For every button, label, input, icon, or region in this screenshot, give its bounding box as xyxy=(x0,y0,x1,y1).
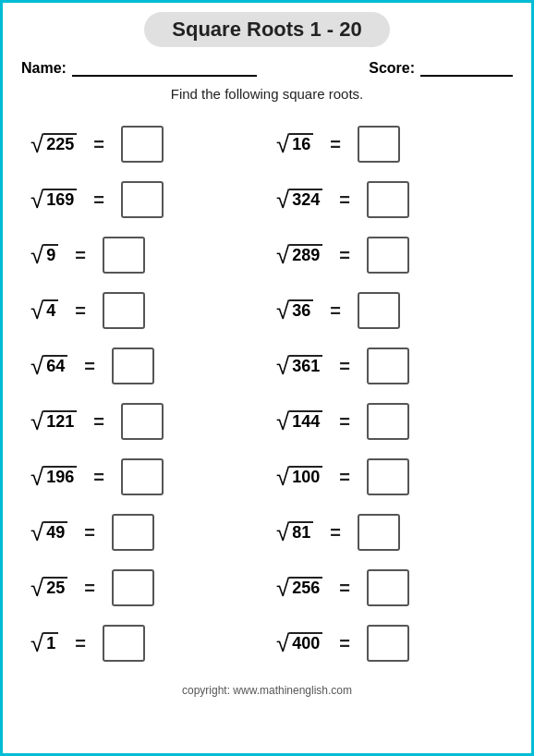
radical-right-8: √ 256 xyxy=(276,576,322,600)
answer-box-left-7[interactable] xyxy=(112,514,154,551)
radical-left-3: √ 4 xyxy=(30,299,58,323)
radical-number-left-0: 225 xyxy=(43,133,77,155)
radical-number-left-9: 1 xyxy=(43,632,58,654)
score-line[interactable] xyxy=(420,60,513,77)
problem-row-left-2: √ 9 = xyxy=(21,227,267,283)
radical-symbol-left-4: √ xyxy=(30,354,43,378)
problems-grid: √ 225 = √ 16 = √ 169 = √ 324 = xyxy=(21,116,513,671)
radical-number-left-3: 4 xyxy=(43,299,58,322)
worksheet-page: Square Roots 1 - 20 Name: Score: Find th… xyxy=(3,3,531,716)
problem-row-left-5: √ 121 = xyxy=(21,394,267,449)
radical-number-right-5: 144 xyxy=(289,410,322,433)
score-section: Score: xyxy=(369,60,513,77)
problem-row-right-5: √ 144 = xyxy=(267,394,513,449)
equals-right-1: = xyxy=(339,189,350,211)
radical-right-3: √ 36 xyxy=(276,299,313,323)
radical-right-6: √ 100 xyxy=(276,465,322,489)
equals-left-7: = xyxy=(84,522,95,543)
radical-symbol-right-5: √ xyxy=(276,409,289,433)
problem-row-right-0: √ 16 = xyxy=(267,116,513,172)
equals-right-0: = xyxy=(330,134,341,155)
score-label: Score: xyxy=(369,60,415,77)
equals-right-8: = xyxy=(339,578,350,599)
answer-box-left-9[interactable] xyxy=(103,625,145,662)
name-label: Name: xyxy=(21,60,67,77)
radical-number-right-6: 100 xyxy=(289,466,322,488)
problem-row-right-1: √ 324 = xyxy=(267,172,513,227)
problem-row-right-6: √ 100 = xyxy=(267,449,513,505)
radical-symbol-left-8: √ xyxy=(30,576,43,600)
radical-right-5: √ 144 xyxy=(276,409,322,433)
answer-box-right-0[interactable] xyxy=(358,126,400,163)
problem-row-left-3: √ 4 = xyxy=(21,283,267,338)
radical-number-right-1: 324 xyxy=(289,189,322,211)
answer-box-right-4[interactable] xyxy=(367,348,409,384)
name-line[interactable] xyxy=(72,60,257,77)
answer-box-left-5[interactable] xyxy=(121,403,164,440)
equals-left-1: = xyxy=(93,189,104,211)
radical-symbol-left-3: √ xyxy=(30,299,43,323)
answer-box-right-1[interactable] xyxy=(367,181,409,218)
answer-box-left-0[interactable] xyxy=(121,126,164,163)
radical-number-right-0: 16 xyxy=(289,133,313,155)
problem-row-left-7: √ 49 = xyxy=(21,505,267,560)
answer-box-left-4[interactable] xyxy=(112,348,154,384)
problem-row-left-1: √ 169 = xyxy=(21,172,267,227)
problem-row-left-4: √ 64 = xyxy=(21,338,267,394)
equals-right-4: = xyxy=(339,356,350,377)
radical-number-left-5: 121 xyxy=(43,410,77,433)
radical-left-9: √ 1 xyxy=(30,631,58,655)
problem-row-right-8: √ 256 = xyxy=(267,560,513,616)
name-section: Name: xyxy=(21,60,257,77)
answer-box-left-8[interactable] xyxy=(112,569,154,606)
radical-symbol-right-1: √ xyxy=(276,188,289,212)
radical-symbol-right-3: √ xyxy=(276,299,289,323)
equals-left-5: = xyxy=(93,411,104,433)
problem-row-left-6: √ 196 = xyxy=(21,449,267,505)
problem-row-right-9: √ 400 = xyxy=(267,616,513,671)
answer-box-right-8[interactable] xyxy=(367,569,409,606)
worksheet-title: Square Roots 1 - 20 xyxy=(144,12,389,47)
answer-box-left-2[interactable] xyxy=(103,237,145,274)
answer-box-right-2[interactable] xyxy=(367,237,409,274)
answer-box-right-3[interactable] xyxy=(358,292,400,329)
radical-symbol-right-2: √ xyxy=(276,243,289,267)
radical-symbol-left-7: √ xyxy=(30,520,43,544)
radical-symbol-right-6: √ xyxy=(276,465,289,489)
answer-box-right-5[interactable] xyxy=(367,403,409,440)
radical-right-9: √ 400 xyxy=(276,631,322,655)
radical-left-6: √ 196 xyxy=(30,465,77,489)
radical-symbol-left-9: √ xyxy=(30,631,43,655)
radical-number-left-1: 169 xyxy=(43,189,77,211)
radical-left-8: √ 25 xyxy=(30,576,67,600)
copyright-text: copyright: www.mathinenglish.com xyxy=(21,684,513,702)
radical-symbol-left-1: √ xyxy=(30,188,43,212)
radical-number-right-9: 400 xyxy=(289,632,322,654)
equals-right-5: = xyxy=(339,411,350,433)
radical-symbol-right-9: √ xyxy=(276,631,289,655)
answer-box-left-1[interactable] xyxy=(121,181,164,218)
radical-right-0: √ 16 xyxy=(276,132,313,156)
answer-box-right-9[interactable] xyxy=(367,625,409,662)
answer-box-right-7[interactable] xyxy=(358,514,400,551)
radical-right-1: √ 324 xyxy=(276,188,322,212)
radical-symbol-right-4: √ xyxy=(276,354,289,378)
equals-right-7: = xyxy=(330,522,341,543)
radical-number-left-4: 64 xyxy=(43,355,67,377)
answer-box-right-6[interactable] xyxy=(367,458,409,495)
answer-box-left-3[interactable] xyxy=(103,292,145,329)
equals-left-9: = xyxy=(75,633,86,654)
radical-number-right-7: 81 xyxy=(289,521,313,543)
radical-symbol-left-0: √ xyxy=(30,132,43,156)
radical-number-right-2: 289 xyxy=(289,244,322,266)
radical-symbol-right-7: √ xyxy=(276,520,289,544)
radical-right-4: √ 361 xyxy=(276,354,322,378)
equals-right-6: = xyxy=(339,467,350,488)
name-score-row: Name: Score: xyxy=(21,60,513,77)
radical-left-2: √ 9 xyxy=(30,243,58,267)
equals-left-3: = xyxy=(75,300,86,322)
answer-box-left-6[interactable] xyxy=(121,458,164,495)
problem-row-left-9: √ 1 = xyxy=(21,616,267,671)
radical-number-right-4: 361 xyxy=(289,355,322,377)
equals-left-2: = xyxy=(75,245,86,266)
